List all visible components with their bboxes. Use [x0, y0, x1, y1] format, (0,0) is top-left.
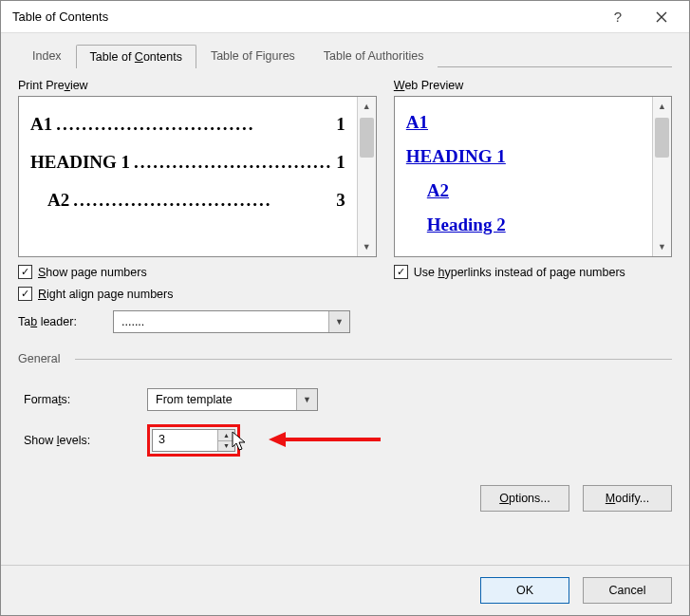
tab-table-of-figures[interactable]: Table of Figures: [196, 44, 309, 67]
formats-dropdown[interactable]: From template ▼: [147, 388, 318, 411]
web-preview-label: Web Preview: [394, 79, 672, 92]
checkbox-icon: ✓: [18, 287, 32, 301]
web-preview-box: A1 HEADING 1 A2 Heading 2 ▲ ▼: [394, 96, 672, 257]
scroll-up-icon[interactable]: ▲: [653, 97, 671, 116]
help-button[interactable]: ?: [596, 2, 640, 32]
web-preview-scrollbar[interactable]: ▲ ▼: [652, 97, 671, 256]
annotation-arrow-icon: [269, 430, 382, 449]
annotation-highlight-box: 3 ▲ ▼: [147, 424, 240, 457]
print-preview-body: A1 ............................... 1 HEA…: [19, 97, 357, 256]
chevron-down-icon: ▼: [296, 389, 317, 410]
spinner-buttons[interactable]: ▲ ▼: [217, 430, 234, 451]
window-title: Table of Contents: [12, 9, 596, 24]
use-hyperlinks-checkbox[interactable]: ✓ Use hyperlinks instead of page numbers: [394, 265, 672, 279]
web-preview-link: HEADING 1: [406, 146, 641, 167]
close-button[interactable]: [640, 2, 683, 32]
toc-line: HEADING 1 ..............................…: [30, 152, 345, 173]
web-preview-link: A1: [406, 112, 641, 133]
svg-marker-1: [269, 432, 286, 447]
spinner-down-icon[interactable]: ▼: [218, 441, 234, 452]
modify-button[interactable]: Modify...: [583, 485, 672, 512]
chevron-down-icon: ▼: [328, 311, 349, 332]
web-preview-link: Heading 2: [406, 215, 641, 235]
right-align-page-numbers-checkbox[interactable]: ✓ Right align page numbers: [18, 287, 377, 301]
print-preview-scrollbar[interactable]: ▲ ▼: [357, 97, 376, 256]
cancel-button[interactable]: Cancel: [583, 577, 672, 604]
scroll-down-icon[interactable]: ▼: [358, 237, 376, 256]
show-page-numbers-checkbox[interactable]: ✓ Show page numbers: [18, 265, 377, 279]
titlebar: Table of Contents ?: [1, 1, 689, 33]
formats-row: Formats: From template ▼: [24, 388, 666, 411]
toc-dialog: Table of Contents ? Index Table of Conte…: [0, 0, 690, 616]
show-levels-row: Show levels: 3 ▲ ▼: [24, 424, 666, 457]
print-preview-box: A1 ............................... 1 HEA…: [18, 96, 377, 257]
scroll-up-icon[interactable]: ▲: [358, 97, 376, 116]
dialog-footer: OK Cancel: [1, 565, 689, 615]
checkbox-icon: ✓: [18, 265, 32, 279]
tab-leader-dropdown[interactable]: ....... ▼: [113, 310, 350, 333]
toc-line: A2 ............................... 3: [30, 190, 345, 211]
tab-table-of-contents[interactable]: Table of Contents: [76, 45, 196, 68]
general-group: General Formats: From template ▼ Show le…: [18, 352, 672, 462]
spinner-up-icon[interactable]: ▲: [218, 430, 234, 441]
tab-leader-label: Tab leader:: [18, 315, 113, 328]
close-icon: [656, 11, 667, 23]
general-group-title: General: [18, 352, 672, 365]
options-modify-row: Options... Modify...: [18, 485, 672, 512]
options-button[interactable]: Options...: [480, 485, 569, 512]
dialog-body: Index Table of Contents Table of Figures…: [1, 33, 689, 565]
checkbox-icon: ✓: [394, 265, 408, 279]
web-preview-link: A2: [406, 180, 641, 201]
preview-panels: Print Preview A1 .......................…: [18, 79, 672, 333]
tabstrip: Index Table of Contents Table of Figures…: [18, 41, 672, 67]
tab-leader-row: Tab leader: ....... ▼: [18, 310, 377, 333]
toc-line: A1 ............................... 1: [30, 114, 345, 135]
print-preview-panel: Print Preview A1 .......................…: [18, 79, 377, 333]
tab-table-of-authorities[interactable]: Table of Authorities: [309, 44, 438, 67]
formats-label: Formats:: [24, 393, 147, 406]
ok-button[interactable]: OK: [480, 577, 569, 604]
print-preview-label: Print Preview: [18, 79, 377, 92]
tab-index[interactable]: Index: [18, 44, 76, 67]
web-preview-panel: Web Preview A1 HEADING 1 A2 Heading 2 ▲ …: [394, 79, 672, 333]
web-preview-body: A1 HEADING 1 A2 Heading 2: [395, 97, 652, 256]
scroll-down-icon[interactable]: ▼: [653, 237, 671, 256]
show-levels-label: Show levels:: [24, 434, 147, 447]
show-levels-spinner[interactable]: 3 ▲ ▼: [152, 429, 235, 452]
